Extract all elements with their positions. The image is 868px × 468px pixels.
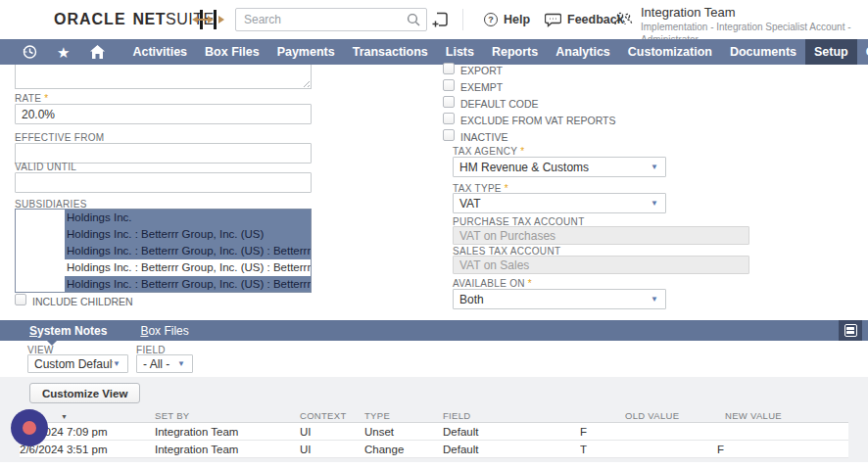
available-on-label: AVAILABLE ON* (453, 278, 532, 289)
rate-label: RATE* (15, 93, 48, 104)
header-divider (462, 9, 463, 30)
nav-item-reports[interactable]: Reports (483, 39, 547, 65)
feedback-button[interactable]: Feedback (545, 0, 624, 39)
col-header-new-value[interactable]: NEW VALUE (698, 410, 848, 421)
netsuite-app-window: ORACLENETSUITE (0, 0, 868, 468)
cell-context: UI (282, 444, 349, 455)
cell-type: Change (349, 444, 425, 455)
nav-item-transactions[interactable]: Transactions (344, 39, 437, 65)
required-asterisk: * (528, 278, 532, 289)
subsidiary-option[interactable]: Holdings Inc. : Betterrr Group, Inc. (US… (16, 226, 311, 243)
nav-items: Activities Box Files Payments Transactio… (123, 39, 868, 65)
exempt-checkbox[interactable] (443, 79, 455, 91)
subsidiary-option[interactable]: Holdings Inc. (16, 210, 311, 226)
main-nav: ★ Activities Box Files Payments Transact… (0, 39, 868, 65)
tax-type-select[interactable]: VAT ▼ (453, 193, 666, 213)
nav-item-commerce[interactable]: Commerce (857, 39, 868, 65)
tab-system-notes[interactable]: System Notes (29, 324, 107, 338)
nav-item-activities[interactable]: Activities (123, 39, 196, 65)
col-header-type[interactable]: TYPE (349, 410, 425, 421)
effective-from-input[interactable] (15, 143, 312, 164)
company-logo-icon (192, 8, 225, 31)
floating-widget-button[interactable] (11, 409, 48, 446)
valid-until-input[interactable] (15, 172, 312, 193)
effective-from-label: EFFECTIVE FROM (15, 132, 104, 143)
chevron-down-icon: ▼ (651, 200, 665, 208)
table-row[interactable]: 2/6/2024 3:51 pm Integration Team UI Cha… (20, 441, 848, 458)
tab-box-files[interactable]: Box Files (140, 324, 188, 338)
exclude-vat-label: EXCLUDE FROM VAT REPORTS (460, 115, 616, 126)
nav-item-setup[interactable]: Setup (805, 39, 857, 65)
recent-records-icon[interactable] (22, 39, 37, 65)
search-input[interactable] (236, 13, 407, 26)
subsidiary-option[interactable]: Holdings Inc. : Betterrr Group, Inc. (US… (16, 243, 311, 259)
nav-item-documents[interactable]: Documents (721, 39, 805, 65)
customize-view-button[interactable]: Customize View (29, 383, 140, 403)
rate-input[interactable] (15, 104, 312, 124)
help-icon: ? (484, 13, 498, 26)
valid-until-label: VALID UNTIL (15, 162, 76, 172)
include-children-label: INCLUDE CHILDREN (32, 296, 133, 307)
resize-grip-icon[interactable] (301, 78, 310, 87)
col-header-field[interactable]: FIELD (425, 410, 580, 421)
col-header-old-value[interactable]: OLD VALUE (580, 410, 698, 421)
tax-agency-select[interactable]: HM Revenue & Customs ▼ (453, 157, 666, 177)
cell-context: UI (282, 426, 349, 438)
redaction-block (16, 276, 65, 293)
required-asterisk: * (44, 93, 48, 104)
subsidiaries-multiselect[interactable]: Holdings Inc. Holdings Inc. : Betterrr G… (15, 209, 312, 293)
field-select[interactable]: - All - ▼ (136, 354, 193, 373)
redaction-block (16, 210, 65, 226)
redaction-block (16, 259, 65, 276)
nav-item-analytics[interactable]: Analytics (547, 39, 619, 65)
nav-item-box-files[interactable]: Box Files (196, 39, 268, 65)
description-textarea[interactable] (15, 65, 312, 89)
subsidiary-option[interactable]: Holdings Inc. : Betterrr Group, Inc. (US… (16, 276, 311, 293)
home-icon[interactable] (89, 39, 106, 65)
purchase-tax-account-input (453, 226, 749, 245)
top-header: ORACLENETSUITE (0, 0, 868, 39)
view-select[interactable]: Custom Default ▼ (27, 354, 128, 373)
inactive-label: INACTIVE (460, 131, 507, 143)
cell-new-value: F (698, 444, 848, 455)
nav-item-payments[interactable]: Payments (268, 39, 344, 65)
cell-old-value: T (580, 444, 698, 455)
available-on-select[interactable]: Both ▼ (453, 289, 666, 309)
export-checkbox[interactable] (443, 63, 455, 74)
record-dot-icon (23, 421, 36, 435)
feedback-icon (545, 13, 561, 27)
table-header-row: ▼ SET BY CONTEXT TYPE FIELD OLD VALUE NE… (20, 408, 848, 423)
search-icon[interactable] (407, 13, 420, 26)
nav-item-customization[interactable]: Customization (619, 39, 721, 65)
cell-field: Default (425, 444, 580, 455)
chevron-down-icon: ▼ (651, 296, 665, 304)
cell-type: Unset (349, 426, 425, 438)
col-header-context[interactable]: CONTEXT (282, 410, 349, 421)
subsidiary-option[interactable]: Holdings Inc. : Betterrr Group, Inc. (US… (16, 259, 311, 276)
default-code-label: DEFAULT CODE (460, 98, 539, 110)
table-row[interactable]: 2/6/2024 7:09 pm Integration Team UI Uns… (20, 423, 848, 441)
account-name: Integration Team (641, 5, 868, 21)
help-button[interactable]: ? Help (484, 0, 530, 39)
chevron-down-icon: ▼ (177, 360, 192, 368)
subtab-bar: System Notes Box Files (0, 320, 868, 341)
nav-item-lists[interactable]: Lists (437, 39, 483, 65)
redaction-block (16, 226, 65, 243)
shortcuts-star-icon[interactable]: ★ (57, 39, 70, 65)
list-view-toggle-icon[interactable] (839, 320, 862, 341)
col-header-set-by[interactable]: SET BY (155, 410, 282, 421)
export-label: EXPORT (460, 65, 503, 76)
inactive-checkbox[interactable] (443, 129, 455, 141)
cell-date: 2/6/2024 3:51 pm (20, 444, 155, 455)
tax-agency-label: TAX AGENCY* (453, 146, 524, 157)
sales-tax-account-input (453, 256, 749, 274)
exclude-vat-checkbox[interactable] (443, 113, 455, 124)
global-search-box[interactable] (235, 8, 427, 31)
redaction-block (16, 243, 65, 259)
quick-add-icon[interactable] (431, 10, 451, 29)
oracle-netsuite-logo[interactable]: ORACLENETSUITE (54, 11, 215, 28)
default-code-checkbox[interactable] (443, 96, 455, 108)
sort-descending-icon[interactable]: ▼ (61, 413, 68, 420)
include-children-checkbox[interactable] (15, 294, 26, 305)
user-group-icon (613, 11, 633, 26)
